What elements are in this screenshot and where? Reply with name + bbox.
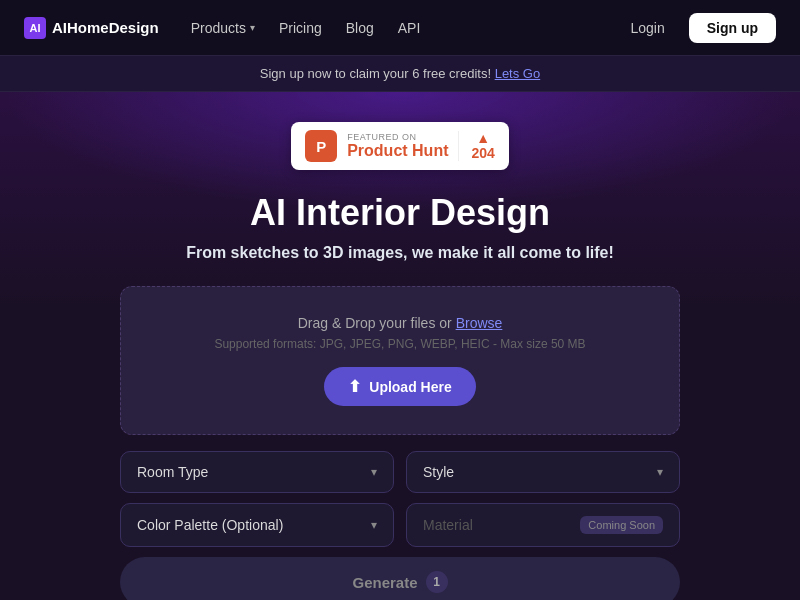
ph-name-label: Product Hunt — [347, 142, 448, 160]
products-chevron-icon: ▾ — [250, 22, 255, 33]
ph-votes: ▲ 204 — [458, 131, 494, 161]
controls-section: Room Type ▾ Style ▾ Color Palette (Optio… — [120, 451, 680, 600]
color-palette-dropdown[interactable]: Color Palette (Optional) ▾ — [120, 503, 394, 547]
nav-api[interactable]: API — [398, 20, 421, 36]
upload-button[interactable]: ⬆ Upload Here — [324, 367, 475, 406]
nav-blog[interactable]: Blog — [346, 20, 374, 36]
main-subtitle: From sketches to 3D images, we make it a… — [20, 244, 780, 262]
generate-button[interactable]: Generate 1 — [120, 557, 680, 600]
ph-featured-on-label: FEATURED ON — [347, 132, 416, 142]
upload-drag-text: Drag & Drop your files or Browse — [141, 315, 659, 331]
upload-formats: Supported formats: JPG, JPEG, PNG, WEBP,… — [141, 337, 659, 351]
navbar-left: AI AIHomeDesign Products ▾ Pricing Blog … — [24, 17, 420, 39]
style-chevron-icon: ▾ — [657, 465, 663, 479]
browse-link[interactable]: Browse — [456, 315, 503, 331]
style-dropdown[interactable]: Style ▾ — [406, 451, 680, 493]
controls-row-2: Color Palette (Optional) ▾ Material Comi… — [120, 503, 680, 547]
logo[interactable]: AI AIHomeDesign — [24, 17, 159, 39]
material-label: Material — [423, 517, 473, 533]
nav-products[interactable]: Products ▾ — [191, 20, 255, 36]
upload-area[interactable]: Drag & Drop your files or Browse Support… — [120, 286, 680, 435]
room-type-dropdown[interactable]: Room Type ▾ — [120, 451, 394, 493]
style-label: Style — [423, 464, 454, 480]
color-palette-chevron-icon: ▾ — [371, 518, 377, 532]
promo-banner: Sign up now to claim your 6 free credits… — [0, 56, 800, 92]
room-type-chevron-icon: ▾ — [371, 465, 377, 479]
upload-icon: ⬆ — [348, 377, 361, 396]
hero-section: P FEATURED ON Product Hunt ▲ 204 AI Inte… — [0, 92, 800, 600]
controls-row-1: Room Type ▾ Style ▾ — [120, 451, 680, 493]
ph-vote-count: 204 — [471, 145, 494, 161]
login-button[interactable]: Login — [618, 14, 676, 42]
navbar: AI AIHomeDesign Products ▾ Pricing Blog … — [0, 0, 800, 56]
credit-count-badge: 1 — [426, 571, 448, 593]
banner-text: Sign up now to claim your 6 free credits… — [260, 66, 491, 81]
nav-links: Products ▾ Pricing Blog API — [191, 20, 421, 36]
logo-text: AIHomeDesign — [52, 19, 159, 36]
banner-link[interactable]: Lets Go — [495, 66, 541, 81]
ph-text: FEATURED ON Product Hunt — [347, 132, 448, 160]
product-hunt-badge[interactable]: P FEATURED ON Product Hunt ▲ 204 — [291, 122, 509, 170]
signup-button[interactable]: Sign up — [689, 13, 776, 43]
generate-label: Generate — [352, 574, 417, 591]
ph-logo-icon: P — [305, 130, 337, 162]
nav-pricing[interactable]: Pricing — [279, 20, 322, 36]
color-palette-label: Color Palette (Optional) — [137, 517, 283, 533]
navbar-right: Login Sign up — [618, 13, 776, 43]
material-field: Material Coming Soon — [406, 503, 680, 547]
ph-upvote-icon: ▲ — [476, 131, 490, 145]
coming-soon-badge: Coming Soon — [580, 516, 663, 534]
logo-icon: AI — [24, 17, 46, 39]
main-title: AI Interior Design — [20, 192, 780, 234]
room-type-label: Room Type — [137, 464, 208, 480]
